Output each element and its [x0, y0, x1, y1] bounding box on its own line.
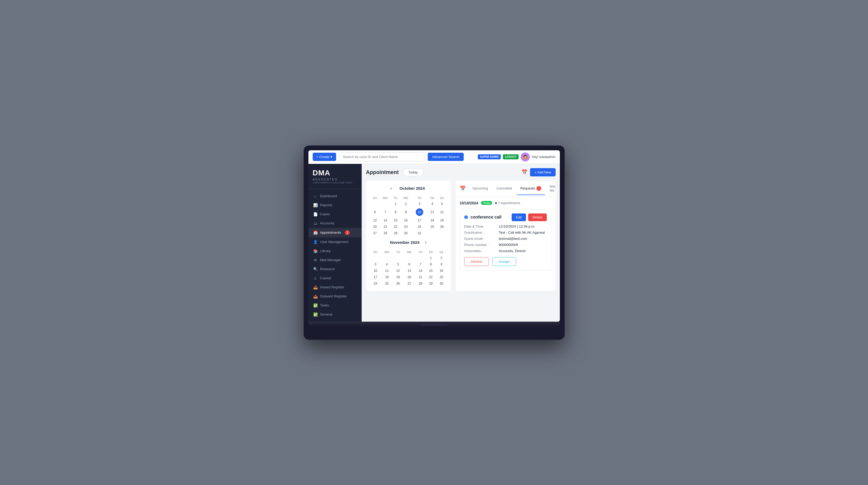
calendar-day[interactable]: 13: [370, 217, 380, 223]
calendar-day[interactable]: 15: [426, 268, 436, 274]
caveat-icon: ⚠: [313, 276, 317, 280]
topbar: + Create ▾ Advanced Search SUPER ADMIN L…: [308, 150, 560, 164]
calendar-day[interactable]: 10: [411, 207, 428, 217]
calendar-day[interactable]: 18: [381, 274, 393, 280]
calendar-day[interactable]: 16: [436, 268, 447, 274]
calendar-day[interactable]: 1: [426, 255, 436, 261]
sidebar-item-appointments[interactable]: 📅 Appointments 1: [308, 228, 362, 237]
calendar-day[interactable]: 6: [370, 207, 380, 217]
calendar-day[interactable]: 7: [415, 261, 426, 268]
sidebar-item-library[interactable]: 📚 Library: [308, 246, 362, 255]
calendar-day[interactable]: 29: [391, 230, 401, 236]
calendar-icon-button[interactable]: 📅: [522, 169, 527, 175]
calendar-day[interactable]: 22: [426, 274, 436, 280]
tab-manage-my-time[interactable]: Manage My time: [546, 181, 556, 197]
outward-register-icon: 📤: [313, 294, 317, 299]
calendar-day[interactable]: 11: [381, 268, 393, 274]
calendar-day[interactable]: 4: [381, 261, 393, 268]
calendar-day[interactable]: 9: [436, 261, 447, 268]
calendar-day[interactable]: 25: [428, 223, 437, 230]
sidebar-item-caveat[interactable]: ⚠ Caveat: [308, 274, 362, 283]
delete-button[interactable]: Delete: [528, 213, 547, 221]
calendar-day[interactable]: 14: [380, 217, 391, 223]
calendar-day[interactable]: 28: [380, 230, 391, 236]
edit-button[interactable]: Edit: [512, 213, 526, 221]
sidebar-item-reports[interactable]: 📊 Reports: [308, 201, 362, 210]
sidebar-item-mail-manager[interactable]: ✉ Mail Manager: [308, 255, 362, 265]
tab-cancelled[interactable]: Cancelled: [493, 183, 516, 194]
sidebar-item-general[interactable]: ✅ General: [308, 310, 362, 319]
calendar-day[interactable]: 24: [411, 223, 428, 230]
calendar-day[interactable]: 31: [411, 230, 428, 236]
calendar-day[interactable]: 24: [370, 280, 381, 287]
calendar-day[interactable]: 23: [436, 274, 447, 280]
calendar-day[interactable]: 19: [393, 274, 403, 280]
calendar-day[interactable]: 25: [381, 280, 393, 287]
calendar-day[interactable]: 15: [391, 217, 401, 223]
calendar-day[interactable]: 19: [437, 217, 447, 223]
calendar-day[interactable]: 3: [411, 201, 428, 207]
sidebar-item-research[interactable]: 🔍 Research: [308, 265, 362, 274]
sidebar-item-tasks[interactable]: ✅ Tasks: [308, 301, 362, 310]
calendar-day[interactable]: 16: [400, 217, 411, 223]
add-new-button[interactable]: + Add New: [530, 168, 555, 176]
calendar-day[interactable]: 5: [437, 201, 447, 207]
day-header-tu: TU: [391, 195, 401, 201]
calendar-day[interactable]: 3: [370, 261, 381, 268]
calendar-day[interactable]: 10: [370, 268, 381, 274]
prev-month-button[interactable]: ‹: [389, 185, 394, 191]
calendar-day[interactable]: 13: [403, 268, 415, 274]
calendar-day[interactable]: 30: [436, 280, 447, 287]
sidebar-item-dashboard[interactable]: ⌂ Dashboard: [308, 191, 362, 201]
date-row: 10/10/2024 Today 1 Appointments: [460, 201, 551, 205]
calendar-day[interactable]: 2: [436, 255, 447, 261]
calendar-day[interactable]: 9: [400, 207, 411, 217]
calendar-day[interactable]: 28: [415, 280, 426, 287]
calendar-day[interactable]: 27: [370, 230, 380, 236]
calendar-day[interactable]: 27: [403, 280, 415, 287]
sidebar-item-user-management[interactable]: 👤 User Management: [308, 237, 362, 246]
calendar-day[interactable]: 12: [393, 268, 403, 274]
phone-label: Phone number :: [464, 243, 499, 247]
tab-upcoming[interactable]: Upcoming: [469, 183, 492, 194]
calendar-day[interactable]: 7: [380, 207, 391, 217]
calendar-day[interactable]: 6: [403, 261, 415, 268]
advanced-search-button[interactable]: Advanced Search: [428, 153, 464, 161]
search-input[interactable]: [339, 152, 425, 161]
calendar-day[interactable]: 26: [437, 223, 447, 230]
sidebar-item-outward-register[interactable]: 📤 Outward Register: [308, 292, 362, 301]
content-area: Appointment Today 📅 + Add New ‹ October: [362, 164, 560, 322]
next-month-button[interactable]: ›: [424, 239, 428, 246]
calendar-day[interactable]: 5: [393, 261, 403, 268]
sidebar-item-inward-register[interactable]: 📥 Inward Register: [308, 283, 362, 292]
sidebar-item-accounts[interactable]: 🗂 Accounts: [308, 219, 362, 228]
calendar-day[interactable]: 17: [370, 274, 381, 280]
logout-button[interactable]: LOGOUT: [503, 154, 519, 159]
calendar-day[interactable]: 20: [370, 223, 380, 230]
calendar-day: [415, 255, 426, 261]
today-button[interactable]: Today: [403, 169, 424, 176]
calendar-day[interactable]: 2: [400, 201, 411, 207]
calendar-day[interactable]: 22: [391, 223, 401, 230]
calendar-day[interactable]: 8: [391, 207, 401, 217]
calendar-day[interactable]: 14: [415, 268, 426, 274]
accept-button[interactable]: Accept: [492, 257, 516, 266]
sidebar-item-cases[interactable]: 📄 Cases: [308, 210, 362, 219]
calendar-day[interactable]: 11: [428, 207, 437, 217]
calendar-day[interactable]: 26: [393, 280, 403, 287]
calendar-day[interactable]: 8: [426, 261, 436, 268]
calendar-day[interactable]: 21: [380, 223, 391, 230]
calendar-day[interactable]: 17: [411, 217, 428, 223]
calendar-day[interactable]: 21: [415, 274, 426, 280]
calendar-day[interactable]: 1: [391, 201, 401, 207]
create-button[interactable]: + Create ▾: [313, 153, 336, 161]
calendar-day[interactable]: 12: [437, 207, 447, 217]
calendar-day[interactable]: 4: [428, 201, 437, 207]
calendar-day[interactable]: 18: [428, 217, 437, 223]
calendar-day[interactable]: 29: [426, 280, 436, 287]
calendar-day[interactable]: 20: [403, 274, 415, 280]
tab-requests[interactable]: Requests 1: [517, 182, 545, 195]
calendar-day[interactable]: 30: [400, 230, 411, 236]
calendar-day[interactable]: 23: [400, 223, 411, 230]
decline-button[interactable]: Decline: [464, 257, 489, 266]
